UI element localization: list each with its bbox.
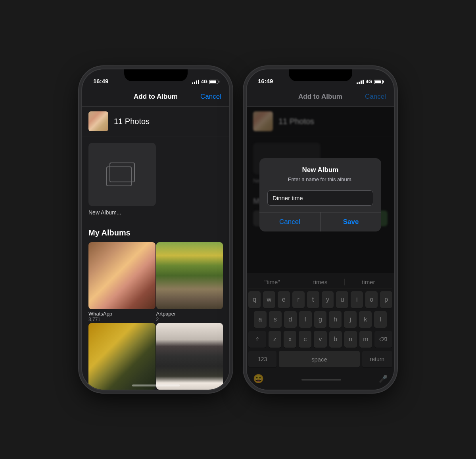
status-bar-right: 16:49 4G (247, 69, 394, 87)
album-thumb-img-whatsapp (88, 242, 155, 309)
new-album-dialog: New Album Enter a name for this album. C… (259, 158, 381, 231)
album-item-whatsapp[interactable]: WhatsApp 3,771 (88, 242, 155, 322)
phone-content-left: 11 Photos New Album... My Albums (82, 107, 229, 390)
signal-bars-right (357, 80, 364, 84)
signal-bar-3 (196, 80, 197, 84)
my-albums-title-left: My Albums (82, 222, 229, 242)
signal-bar-r2 (359, 82, 360, 84)
album-thumb-img-people (156, 323, 223, 390)
album-name-input[interactable] (267, 190, 373, 206)
dialog-subtitle: Enter a name for this album. (267, 176, 373, 182)
status-time-right: 16:49 (258, 78, 273, 84)
album-name-whatsapp: WhatsApp (88, 311, 155, 317)
nav-title-right: Add to Album (298, 93, 342, 101)
signal-label-left: 4G (201, 79, 207, 84)
album-thumb-arch (88, 323, 155, 390)
new-album-tile-left[interactable] (88, 143, 156, 206)
selected-photos-row-left: 11 Photos (82, 107, 229, 136)
album-icon-container-left (88, 143, 156, 206)
cancel-button-right[interactable]: Cancel (365, 93, 386, 101)
dialog-input-container (259, 186, 381, 212)
album-thumb-whatsapp (88, 242, 155, 309)
phone-content-right: 11 Photos New Album... My Albums (247, 107, 394, 390)
thumb-preview-left (88, 111, 108, 131)
home-indicator-left (132, 384, 180, 386)
nav-bar-right: Add to Album Cancel (247, 87, 394, 107)
battery-right (374, 80, 383, 84)
signal-bar-r4 (363, 80, 364, 84)
dialog-title: New Album (267, 166, 373, 174)
status-time-left: 16:49 (93, 78, 108, 84)
signal-bar-2 (194, 82, 195, 84)
phone-left: 16:49 4G Add to Album Cancel 11 Photos (81, 69, 230, 390)
dialog-overlay: New Album Enter a name for this album. C… (247, 107, 394, 390)
battery-left (209, 80, 218, 84)
album-icon-left (106, 163, 138, 186)
album-item-arch[interactable] (88, 323, 155, 390)
selected-count-left: 11 Photos (114, 117, 150, 126)
phone-right: 16:49 4G Add to Album Cancel (246, 69, 395, 390)
battery-fill-left (210, 80, 216, 83)
albums-grid-left: WhatsApp 3,771 Artpaper 2 (82, 242, 229, 390)
signal-bars-left (192, 80, 199, 84)
new-album-section-left: New Album... (82, 136, 229, 222)
album-rect-front (106, 166, 132, 186)
album-thumb-img-artpaper (156, 242, 223, 309)
album-count-artpaper: 2 (156, 317, 223, 322)
signal-bar-r1 (357, 82, 358, 84)
album-name-artpaper: Artpaper (156, 311, 223, 317)
nav-title-left: Add to Album (134, 93, 178, 101)
dialog-backdrop (247, 107, 394, 390)
nav-bar-left: Add to Album Cancel (82, 87, 229, 107)
dialog-header: New Album Enter a name for this album. (259, 158, 381, 186)
cancel-button-left[interactable]: Cancel (200, 93, 221, 101)
album-count-whatsapp: 3,771 (88, 317, 155, 322)
status-bar-left: 16:49 4G (82, 69, 229, 87)
new-album-label-left[interactable]: New Album... (88, 209, 223, 216)
album-item-artpaper[interactable]: Artpaper 2 (156, 242, 223, 322)
dialog-save-button[interactable]: Save (321, 212, 381, 231)
album-thumb-img-arch (88, 323, 155, 390)
dialog-cancel-button[interactable]: Cancel (259, 212, 321, 231)
battery-fill-right (375, 80, 381, 83)
signal-bar-1 (192, 82, 193, 84)
status-icons-left: 4G (192, 79, 218, 84)
status-icons-right: 4G (357, 79, 383, 84)
signal-label-right: 4G (366, 79, 372, 84)
signal-bar-4 (198, 80, 199, 84)
dialog-buttons: Cancel Save (259, 212, 381, 231)
thumb-img-left (88, 111, 108, 131)
signal-bar-r3 (361, 80, 362, 84)
album-thumb-artpaper (156, 242, 223, 309)
album-thumb-people (156, 323, 223, 390)
album-item-people[interactable] (156, 323, 223, 390)
